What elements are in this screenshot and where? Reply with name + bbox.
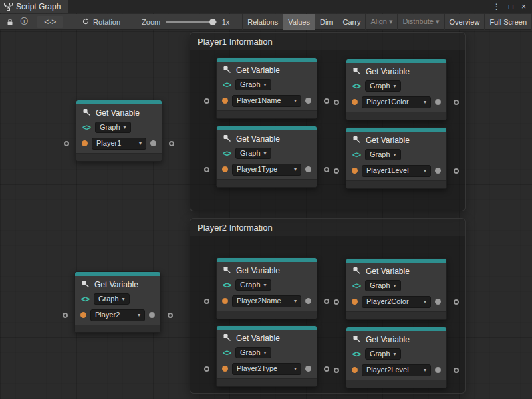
output-port-outer[interactable] bbox=[454, 368, 459, 373]
output-port-outer[interactable] bbox=[168, 313, 173, 318]
graph-dropdown[interactable]: Graph ▾ bbox=[365, 149, 401, 160]
input-port-outer[interactable] bbox=[204, 366, 209, 372]
toolbar-button-relations[interactable]: Relations bbox=[243, 14, 283, 30]
toolbar-button-overview[interactable]: Overview bbox=[445, 14, 485, 30]
close-icon[interactable]: × bbox=[521, 3, 526, 11]
graph-dropdown[interactable]: Graph ▾ bbox=[365, 80, 401, 92]
output-port-outer[interactable] bbox=[324, 167, 329, 172]
graph-dropdown[interactable]: Graph ▾ bbox=[235, 148, 271, 159]
inspect-icon: <·> bbox=[44, 17, 56, 27]
output-port[interactable] bbox=[305, 166, 311, 172]
output-port-outer[interactable] bbox=[324, 98, 329, 104]
input-port-outer[interactable] bbox=[63, 313, 68, 318]
input-port[interactable] bbox=[352, 168, 358, 174]
input-port[interactable] bbox=[222, 166, 228, 172]
toolbar-button-align[interactable]: Align ▾ bbox=[366, 14, 398, 30]
input-port[interactable] bbox=[222, 366, 228, 372]
graph-dropdown[interactable]: Graph ▾ bbox=[95, 122, 131, 133]
node-footer bbox=[346, 380, 446, 388]
zoom-slider[interactable] bbox=[166, 21, 216, 23]
output-port[interactable] bbox=[435, 367, 441, 373]
graph-canvas[interactable]: Player1 Information Player2 Information … bbox=[0, 0, 532, 399]
get-variable-node[interactable]: Get Variable <> Graph ▾ Player2Color ▾ bbox=[346, 258, 447, 320]
output-port-outer[interactable] bbox=[454, 299, 459, 305]
toolbar-button-dim[interactable]: Dim bbox=[315, 14, 338, 30]
node-graph-row: <> Graph ▾ bbox=[217, 346, 317, 360]
variable-dropdown[interactable]: Player2Type ▾ bbox=[232, 363, 301, 375]
get-variable-node[interactable]: Get Variable <> Graph ▾ Player1Level ▾ bbox=[346, 127, 447, 189]
variable-dropdown[interactable]: Player2Level ▾ bbox=[362, 364, 431, 376]
toolbar-button-values[interactable]: Values bbox=[283, 14, 315, 30]
get-variable-node[interactable]: Get Variable <> Graph ▾ Player1Color ▾ bbox=[346, 59, 447, 120]
variable-dropdown[interactable]: Player2Name ▾ bbox=[232, 295, 301, 307]
node-title: Get Variable bbox=[236, 134, 280, 144]
variable-dropdown[interactable]: Player1Level ▾ bbox=[362, 165, 431, 177]
graph-dropdown[interactable]: Graph ▾ bbox=[235, 79, 271, 90]
input-port-outer[interactable] bbox=[334, 299, 339, 305]
toolbar-button-full-screen[interactable]: Full Screen bbox=[485, 14, 532, 30]
rotation-control[interactable]: Rotation bbox=[82, 17, 120, 27]
graph-dropdown-label: Graph bbox=[100, 124, 120, 131]
zoom-slider-knob[interactable] bbox=[209, 19, 216, 25]
variable-dropdown[interactable]: Player2Color ▾ bbox=[362, 296, 431, 308]
info-button[interactable]: ⓘ bbox=[17, 14, 32, 30]
kebab-menu-icon[interactable]: ⋮ bbox=[493, 3, 501, 11]
graph-dropdown[interactable]: Graph ▾ bbox=[235, 279, 271, 291]
inspect-toggle-button[interactable]: <·> bbox=[37, 16, 63, 28]
output-port[interactable] bbox=[435, 299, 441, 305]
node-title: Get Variable bbox=[94, 280, 138, 289]
input-port[interactable] bbox=[352, 367, 358, 373]
input-port-outer[interactable] bbox=[204, 167, 209, 172]
get-variable-node[interactable]: Get Variable <> Graph ▾ Player2Name ▾ bbox=[216, 257, 317, 319]
get-variable-node[interactable]: Get Variable <> Graph ▾ Player2 ▾ bbox=[74, 271, 161, 333]
input-port[interactable] bbox=[82, 140, 88, 146]
input-port-outer[interactable] bbox=[334, 168, 339, 174]
input-port[interactable] bbox=[80, 312, 86, 318]
output-port[interactable] bbox=[305, 366, 311, 372]
input-port-outer[interactable] bbox=[64, 141, 69, 146]
toolbar-button-distribute[interactable]: Distribute ▾ bbox=[398, 14, 444, 30]
output-port-outer[interactable] bbox=[169, 141, 174, 146]
graph-dropdown[interactable]: Graph ▾ bbox=[235, 347, 271, 358]
graph-dropdown[interactable]: Graph ▾ bbox=[365, 280, 401, 291]
graph-dropdown[interactable]: Graph ▾ bbox=[94, 293, 130, 305]
get-variable-node[interactable]: Get Variable <> Graph ▾ Player1 ▾ bbox=[76, 100, 162, 162]
node-header-strip bbox=[217, 258, 317, 262]
output-port[interactable] bbox=[149, 312, 155, 318]
input-port-outer[interactable] bbox=[334, 368, 339, 373]
variable-dropdown[interactable]: Player1Color ▾ bbox=[362, 96, 431, 108]
output-port[interactable] bbox=[305, 98, 311, 104]
variable-dropdown[interactable]: Player1 ▾ bbox=[92, 138, 146, 150]
graph-dropdown[interactable]: Graph ▾ bbox=[365, 348, 401, 360]
variable-dropdown[interactable]: Player2 ▾ bbox=[90, 309, 145, 321]
tab-script-graph[interactable]: Script Graph bbox=[0, 0, 68, 13]
variable-dropdown[interactable]: Player1Name ▾ bbox=[232, 95, 301, 107]
output-port-outer[interactable] bbox=[454, 168, 459, 174]
input-port[interactable] bbox=[352, 99, 358, 105]
output-port[interactable] bbox=[435, 99, 441, 105]
group-header[interactable]: Player2 Information bbox=[190, 219, 465, 236]
output-port[interactable] bbox=[150, 140, 156, 146]
input-port[interactable] bbox=[352, 299, 358, 305]
output-port-outer[interactable] bbox=[324, 299, 329, 304]
get-variable-node[interactable]: Get Variable <> Graph ▾ Player1Type ▾ bbox=[216, 126, 317, 188]
input-port[interactable] bbox=[222, 298, 228, 304]
output-port[interactable] bbox=[305, 298, 311, 304]
output-port[interactable] bbox=[435, 168, 441, 174]
input-port-outer[interactable] bbox=[204, 299, 209, 304]
input-port[interactable] bbox=[222, 98, 228, 104]
graph-dropdown-label: Graph bbox=[370, 82, 390, 90]
input-port-outer[interactable] bbox=[204, 98, 209, 104]
input-port-outer[interactable] bbox=[334, 100, 339, 105]
lock-button[interactable] bbox=[3, 14, 17, 30]
maximize-icon[interactable]: □ bbox=[509, 3, 513, 11]
get-variable-node[interactable]: Get Variable <> Graph ▾ Player1Name ▾ bbox=[216, 57, 317, 119]
group-header[interactable]: Player1 Information bbox=[190, 33, 465, 50]
graph-dropdown-label: Graph bbox=[240, 281, 261, 289]
variable-dropdown[interactable]: Player1Type ▾ bbox=[232, 164, 301, 176]
output-port-outer[interactable] bbox=[324, 366, 329, 372]
output-port-outer[interactable] bbox=[454, 100, 459, 105]
get-variable-node[interactable]: Get Variable <> Graph ▾ Player2Type ▾ bbox=[216, 325, 317, 387]
get-variable-node[interactable]: Get Variable <> Graph ▾ Player2Level ▾ bbox=[346, 327, 447, 388]
toolbar-button-carry[interactable]: Carry bbox=[338, 14, 366, 30]
